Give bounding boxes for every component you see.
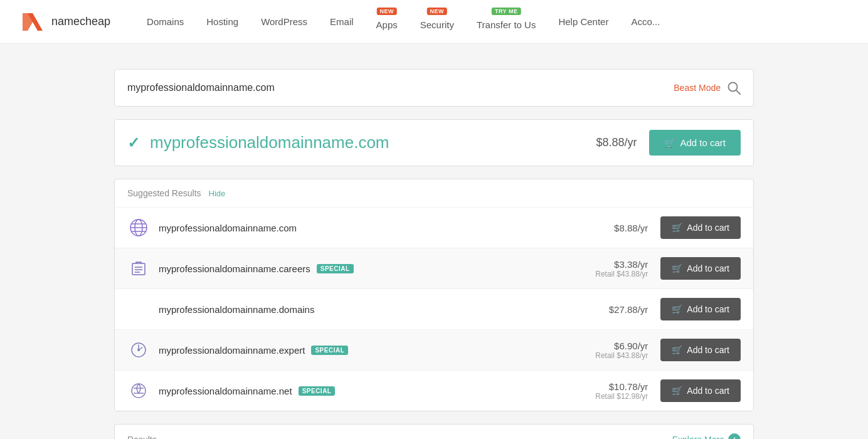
add-to-cart-row-2-button[interactable]: Add to cart xyxy=(660,257,741,280)
row-5-special-badge: SPECIAL xyxy=(299,386,336,396)
row-2-special-badge: SPECIAL xyxy=(317,264,354,273)
suggested-header: Suggested Results Hide xyxy=(115,179,753,208)
row-5-price: $10.78/yr Retail $12.98/yr xyxy=(595,381,648,401)
row-4-domain: myprofessionaldomainname.expert SPECIAL xyxy=(159,345,595,356)
add-to-cart-row-3-button[interactable]: Add to cart xyxy=(660,298,741,320)
cart-icon-row-1 xyxy=(672,223,682,233)
add-to-cart-row-1-button[interactable]: Add to cart xyxy=(660,216,741,239)
nav-item-domains[interactable]: Domains xyxy=(135,0,195,44)
globe-icon xyxy=(127,216,150,239)
add-to-cart-primary-button[interactable]: Add to cart xyxy=(649,130,741,156)
results-label: Results xyxy=(127,435,157,439)
row-3-price: $27.88/yr xyxy=(609,304,648,315)
search-query: myprofessionaldomainname.com xyxy=(127,82,275,93)
suggested-row-1: myprofessionaldomainname.com $8.88/yr Ad… xyxy=(115,208,753,248)
domain-available-right: $8.88/yr Add to cart xyxy=(596,130,741,156)
security-new-badge: NEW xyxy=(427,8,448,15)
nav-item-hosting[interactable]: Hosting xyxy=(195,0,250,44)
nav-items: Domains Hosting WordPress Email NEW Apps… xyxy=(135,0,849,44)
cart-icon-row-4 xyxy=(672,345,682,355)
search-button[interactable] xyxy=(727,81,741,95)
nav-item-email[interactable]: Email xyxy=(319,0,365,44)
nav-item-security[interactable]: NEW Security xyxy=(409,0,465,44)
domains-icon xyxy=(127,298,150,320)
nav-item-transfer[interactable]: TRY ME Transfer to Us xyxy=(465,0,547,44)
search-box: myprofessionaldomainname.com Beast Mode xyxy=(114,69,754,107)
svg-point-13 xyxy=(132,384,146,398)
navbar: namecheap Domains Hosting WordPress Emai… xyxy=(0,0,868,44)
search-right: Beast Mode xyxy=(674,81,741,95)
cart-icon-row-5 xyxy=(672,386,682,396)
row-5-domain: myprofessionaldomainname.net SPECIAL xyxy=(159,386,595,396)
domain-available-left: ✓ myprofessionaldomainname.com xyxy=(127,133,389,152)
careers-icon xyxy=(127,257,150,280)
suggested-results-card: Suggested Results Hide myprofessionaldom… xyxy=(114,179,754,411)
explore-more-button[interactable]: Explore More + xyxy=(672,433,741,439)
row-1-domain: myprofessionaldomainname.com xyxy=(159,223,614,233)
add-to-cart-row-5-button[interactable]: Add to cart xyxy=(660,379,741,402)
results-footer: Results Explore More + xyxy=(114,424,754,439)
hide-link[interactable]: Hide xyxy=(209,189,226,198)
row-2-price: $3.38/yr Retail $43.88/yr xyxy=(595,259,648,278)
add-to-cart-row-4-button[interactable]: Add to cart xyxy=(660,339,741,361)
explore-more-plus-icon: + xyxy=(728,433,741,439)
logo[interactable]: namecheap xyxy=(19,8,110,36)
logo-text: namecheap xyxy=(51,15,110,28)
cart-icon-row-2 xyxy=(672,263,682,273)
suggested-row-5: myprofessionaldomainname.net SPECIAL $10… xyxy=(115,371,753,411)
nav-item-account[interactable]: Acco... xyxy=(620,0,671,44)
cart-icon-row-3 xyxy=(672,304,682,314)
suggested-row-2: myprofessionaldomainname.careers SPECIAL… xyxy=(115,248,753,289)
row-2-domain: myprofessionaldomainname.careers SPECIAL xyxy=(159,263,595,274)
cart-icon-primary xyxy=(664,137,675,148)
available-checkmark: ✓ xyxy=(127,134,140,152)
apps-new-badge: NEW xyxy=(376,8,397,15)
nav-item-apps[interactable]: NEW Apps xyxy=(365,0,409,44)
svg-rect-7 xyxy=(132,263,145,275)
suggested-row-4: myprofessionaldomainname.expert SPECIAL … xyxy=(115,330,753,371)
beast-mode-label[interactable]: Beast Mode xyxy=(674,83,721,93)
transfer-tryme-badge: TRY ME xyxy=(492,8,521,15)
nav-item-wordpress[interactable]: WordPress xyxy=(250,0,319,44)
svg-point-12 xyxy=(137,349,140,351)
net-icon xyxy=(127,379,150,402)
domain-available-card: ✓ myprofessionaldomainname.com $8.88/yr … xyxy=(114,119,754,166)
suggested-row-3: myprofessionaldomainname.domains $27.88/… xyxy=(115,289,753,330)
available-domain-price: $8.88/yr xyxy=(596,136,637,149)
row-3-domain: myprofessionaldomainname.domains xyxy=(159,304,609,315)
svg-line-1 xyxy=(736,90,740,94)
nav-item-help[interactable]: Help Center xyxy=(547,0,620,44)
main-content: myprofessionaldomainname.com Beast Mode … xyxy=(102,69,766,439)
suggested-header-title: Suggested Results xyxy=(127,188,201,198)
row-4-special-badge: SPECIAL xyxy=(311,346,348,355)
row-4-price: $6.90/yr Retail $43.88/yr xyxy=(595,341,648,360)
available-domain-name: myprofessionaldomainname.com xyxy=(150,133,389,152)
expert-icon xyxy=(127,339,150,361)
row-1-price: $8.88/yr xyxy=(614,223,648,233)
